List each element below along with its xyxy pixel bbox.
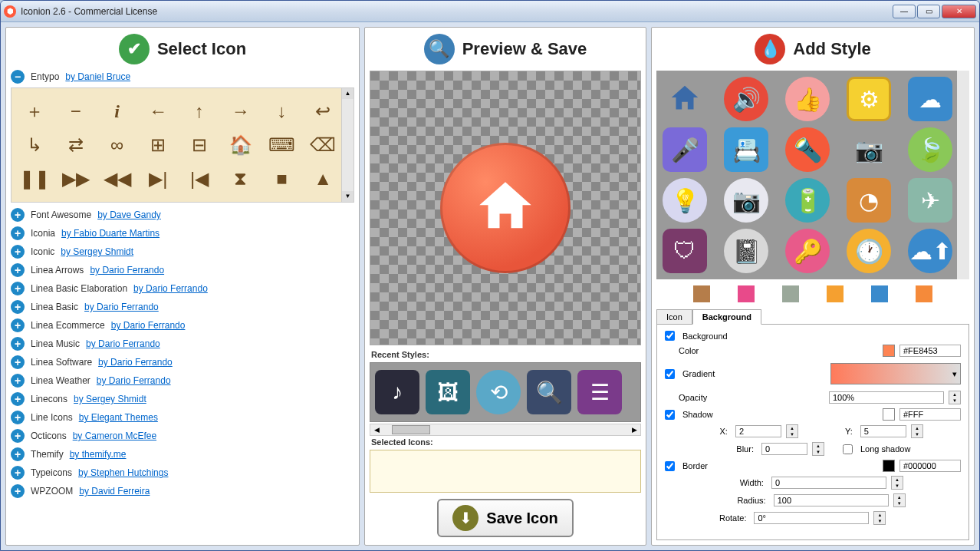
x-spinner[interactable]: ▲▼ <box>786 424 798 438</box>
minimize-button[interactable]: — <box>893 5 916 18</box>
preset-chart[interactable]: ◔ <box>847 178 891 223</box>
radius-spinner[interactable]: ▲▼ <box>893 493 906 507</box>
shadow-checkbox[interactable] <box>665 410 675 420</box>
color-swatch[interactable] <box>871 285 888 302</box>
preset-sound[interactable]: 🔊 <box>724 77 768 121</box>
stop-icon[interactable]: ■ <box>267 163 298 194</box>
pack-author-link[interactable]: by Cameron McEfee <box>73 431 156 441</box>
fast-forward-icon[interactable]: ▶▶ <box>61 163 91 194</box>
pause-icon[interactable]: ❚❚ <box>19 163 50 194</box>
color-swatch[interactable] <box>827 285 844 302</box>
skip-forward-icon[interactable]: ▶| <box>143 163 173 194</box>
radius-input[interactable] <box>774 494 889 506</box>
preset-flashlight[interactable]: 🔦 <box>785 127 830 172</box>
expand-icon[interactable]: + <box>11 337 25 351</box>
save-icon-button[interactable]: ⬇ Save Icon <box>437 499 573 537</box>
preset-mic[interactable]: 🎤 <box>663 127 707 172</box>
arrow-right-icon[interactable]: → <box>225 96 256 127</box>
expand-icon[interactable]: + <box>11 392 25 406</box>
home-icon[interactable]: 🏠 <box>225 130 256 160</box>
arrow-down-icon[interactable]: ↓ <box>267 96 298 127</box>
border-color-preview[interactable] <box>883 460 895 472</box>
recent-style-list[interactable]: ☰ <box>577 370 622 414</box>
pack-author-link[interactable]: by Dario Ferrando <box>84 302 159 312</box>
forward-icon[interactable]: ↳ <box>19 130 50 160</box>
gradient-checkbox[interactable] <box>665 369 675 379</box>
keyboard-icon[interactable]: ⌨ <box>267 130 298 160</box>
border-color-input[interactable] <box>899 460 961 472</box>
width-input[interactable] <box>771 477 886 489</box>
color-preview[interactable] <box>883 345 895 357</box>
preset-cloud[interactable]: ☁ <box>908 77 952 121</box>
expand-icon[interactable]: + <box>11 282 25 295</box>
swap-icon[interactable]: ⇄ <box>61 130 91 160</box>
recent-scrollbar[interactable]: ◀▶ <box>370 424 641 436</box>
pack-author-link[interactable]: by themify.me <box>70 449 127 460</box>
shadow-color-preview[interactable] <box>883 408 895 421</box>
gradient-picker[interactable]: ▾ <box>830 363 961 384</box>
hourglass-icon[interactable]: ⧗ <box>225 163 256 194</box>
arrow-left-icon[interactable]: ← <box>143 96 173 127</box>
shadow-color-input[interactable] <box>899 408 961 421</box>
blur-spinner[interactable]: ▲▼ <box>812 442 824 456</box>
expand-icon[interactable]: + <box>11 355 25 369</box>
color-swatch[interactable] <box>693 285 710 302</box>
rewind-icon[interactable]: ◀◀ <box>102 163 133 194</box>
preset-gear[interactable]: ⚙ <box>847 77 891 121</box>
recent-style-music[interactable]: ♪ <box>375 370 419 414</box>
collapse-icon[interactable]: − <box>11 70 25 84</box>
expand-icon[interactable]: + <box>11 245 25 259</box>
preset-clock[interactable]: 🕐 <box>847 229 891 273</box>
border-checkbox[interactable] <box>665 461 675 471</box>
pack-author-link[interactable]: by Dario Ferrando <box>97 375 171 386</box>
pack-author-link[interactable]: by Dario Ferrando <box>98 357 173 368</box>
pack-author-link[interactable]: by Sergey Shmidt <box>74 394 146 404</box>
opacity-spinner[interactable]: ▲▼ <box>949 391 961 404</box>
maximize-button[interactable]: ▭ <box>917 5 940 18</box>
pack-author-link[interactable]: by Dave Gandy <box>97 210 161 220</box>
close-button[interactable]: ✕ <box>942 5 976 18</box>
rotate-spinner[interactable]: ▲▼ <box>873 511 886 525</box>
expand-icon[interactable]: + <box>11 208 25 222</box>
preset-camera[interactable]: 📷 <box>724 178 768 223</box>
preset-html5[interactable]: 🛡 <box>663 229 707 273</box>
pack-author-link[interactable]: by Elegant Themes <box>79 412 158 423</box>
longshadow-checkbox[interactable] <box>843 444 853 454</box>
plus-square-icon[interactable]: ⊞ <box>143 130 173 160</box>
preset-key[interactable]: 🔑 <box>785 229 830 273</box>
expand-icon[interactable]: + <box>11 466 25 480</box>
tab-icon[interactable]: Icon <box>656 309 692 325</box>
info-icon[interactable]: i <box>102 96 133 127</box>
style-grid-scrollbar[interactable] <box>957 71 969 279</box>
background-checkbox[interactable] <box>665 331 675 341</box>
expand-icon[interactable]: + <box>11 374 25 388</box>
pack-author-link[interactable]: by Dario Ferrando <box>86 338 160 349</box>
skip-back-icon[interactable]: |◀ <box>184 163 215 194</box>
infinity-icon[interactable]: ∞ <box>102 130 133 160</box>
x-input[interactable] <box>735 425 781 437</box>
return-icon[interactable]: ↩ <box>307 96 338 127</box>
preset-plane[interactable]: ✈ <box>908 178 952 223</box>
expand-icon[interactable]: + <box>11 318 25 332</box>
expand-icon[interactable]: + <box>11 263 25 277</box>
minus-square-icon[interactable]: ⊟ <box>184 130 215 160</box>
icon-grid-scrollbar[interactable] <box>341 88 354 202</box>
width-spinner[interactable]: ▲▼ <box>891 476 903 490</box>
expand-icon[interactable]: + <box>11 411 25 424</box>
y-input[interactable] <box>860 425 906 437</box>
opacity-input[interactable] <box>829 391 944 404</box>
expand-icon[interactable]: + <box>11 447 25 461</box>
recent-style-image[interactable]: 🖼 <box>426 370 470 414</box>
pack-author-link[interactable]: by Dario Ferrando <box>133 283 208 294</box>
expand-icon[interactable]: + <box>11 484 25 498</box>
rotate-input[interactable] <box>754 512 869 524</box>
pack-author-link[interactable]: by David Ferreira <box>79 486 150 497</box>
pack-author-link[interactable]: by Daniel Bruce <box>65 71 130 82</box>
color-input[interactable] <box>899 345 961 357</box>
pack-author-link[interactable]: by Dario Ferrando <box>111 320 186 331</box>
pack-author-link[interactable]: by Sergey Shmidt <box>61 246 133 257</box>
pack-author-link[interactable]: by Dario Ferrando <box>90 265 164 276</box>
arrow-up-icon[interactable]: ↑ <box>184 96 215 127</box>
pack-author-link[interactable]: by Fabio Duarte Martins <box>61 228 159 239</box>
preset-notebook[interactable]: 📓 <box>724 229 768 273</box>
